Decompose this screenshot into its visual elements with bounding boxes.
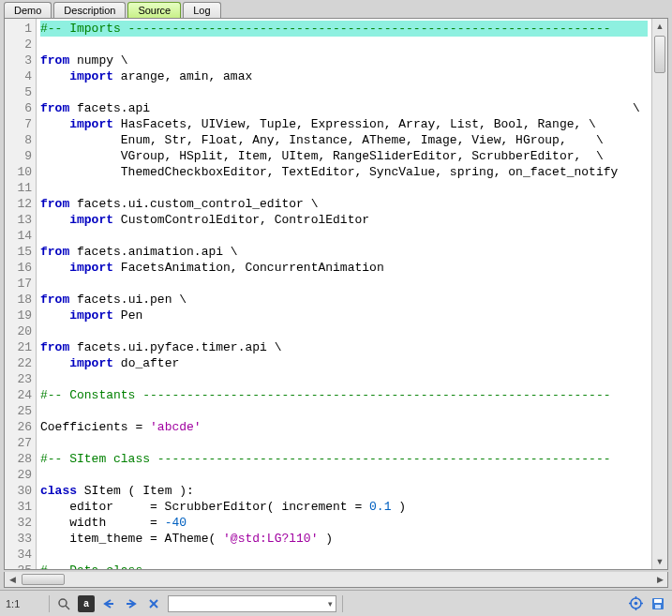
tab-bar: Demo Description Source Log — [0, 0, 672, 18]
scroll-thumb-h[interactable] — [22, 574, 65, 585]
tab-source[interactable]: Source — [127, 2, 181, 18]
code-line[interactable]: Coefficients = 'abcde' — [40, 419, 648, 435]
code-line[interactable] — [40, 228, 648, 244]
code-line[interactable]: #-- SItem class ------------------------… — [40, 451, 648, 467]
code-line[interactable] — [40, 467, 648, 483]
save-icon[interactable] — [650, 595, 666, 612]
code-line[interactable]: import Pen — [40, 308, 648, 323]
code-line[interactable] — [40, 403, 648, 419]
svg-rect-14 — [655, 605, 661, 608]
code-line[interactable]: import FacetsAnimation, ConcurrentAnimat… — [40, 260, 648, 276]
code-line[interactable]: from facets.animation.api \ — [40, 244, 648, 260]
code-line[interactable]: #-- Imports ----------------------------… — [40, 21, 648, 37]
status-bar: 1:1 a — [0, 590, 672, 616]
code-line[interactable]: from numpy \ — [40, 53, 648, 68]
code-line[interactable] — [40, 547, 648, 563]
svg-point-7 — [634, 602, 637, 606]
code-line[interactable]: #-- Data class -------------------------… — [40, 563, 648, 569]
scroll-right-arrow[interactable]: ▶ — [652, 572, 667, 587]
code-line[interactable] — [40, 371, 648, 387]
case-toggle-icon[interactable]: a — [78, 595, 95, 612]
cursor-position: 1:1 — [6, 598, 43, 609]
separator — [49, 595, 50, 612]
code-line[interactable]: import HasFacets, UIView, Tuple, Express… — [40, 116, 648, 132]
scroll-up-arrow[interactable]: ▲ — [652, 19, 667, 34]
code-line[interactable]: import arange, amin, amax — [40, 68, 648, 84]
settings-icon[interactable] — [627, 595, 644, 612]
code-line[interactable]: width = -40 — [40, 515, 648, 531]
code-line[interactable]: ThemedCheckboxEditor, TextEditor, SyncVa… — [40, 164, 648, 180]
search-icon[interactable] — [55, 595, 72, 612]
clear-search-icon[interactable] — [145, 595, 162, 612]
next-match-icon[interactable] — [123, 595, 140, 612]
code-line[interactable]: import CustomControlEditor, ControlEdito… — [40, 212, 648, 228]
tab-demo[interactable]: Demo — [4, 2, 52, 18]
scroll-down-arrow[interactable]: ▼ — [652, 554, 667, 569]
horizontal-scrollbar[interactable]: ◀ ▶ — [4, 572, 668, 588]
code-line[interactable] — [40, 84, 648, 100]
code-line[interactable] — [40, 435, 648, 451]
code-line[interactable]: from facets.ui.pyface.timer.api \ — [40, 339, 648, 355]
search-input[interactable] — [168, 595, 336, 612]
line-gutter: 1234567891011121314151617181920212223242… — [5, 19, 37, 569]
code-line[interactable]: from facets.api \ — [40, 100, 648, 116]
code-line[interactable]: class SItem ( Item ): — [40, 483, 648, 499]
code-line[interactable]: Enum, Str, Float, Any, Instance, ATheme,… — [40, 132, 648, 148]
prev-match-icon[interactable] — [100, 595, 117, 612]
code-line[interactable] — [40, 276, 648, 292]
code-area[interactable]: #-- Imports ----------------------------… — [37, 19, 651, 569]
code-line[interactable]: #-- Constants --------------------------… — [40, 387, 648, 403]
scroll-left-arrow[interactable]: ◀ — [5, 572, 20, 587]
svg-line-1 — [66, 606, 69, 609]
code-line[interactable]: from facets.ui.custom_control_editor \ — [40, 196, 648, 212]
code-line[interactable]: editor = ScrubberEditor( increment = 0.1… — [40, 499, 648, 515]
editor: 1234567891011121314151617181920212223242… — [4, 18, 668, 570]
svg-point-0 — [59, 599, 67, 607]
tab-log[interactable]: Log — [183, 2, 220, 18]
code-line[interactable] — [40, 37, 648, 53]
code-line[interactable]: VGroup, HSplit, Item, UItem, RangeSlider… — [40, 148, 648, 164]
vertical-scrollbar[interactable]: ▲ ▼ — [651, 19, 667, 569]
code-line[interactable] — [40, 180, 648, 196]
separator — [342, 595, 343, 612]
svg-rect-13 — [654, 599, 662, 603]
code-line[interactable]: import do_after — [40, 355, 648, 371]
tab-description[interactable]: Description — [53, 2, 126, 18]
code-line[interactable]: item_theme = ATheme( '@std:LG?l10' ) — [40, 531, 648, 547]
code-line[interactable]: from facets.ui.pen \ — [40, 292, 648, 308]
scroll-thumb-v[interactable] — [654, 36, 665, 73]
code-line[interactable] — [40, 323, 648, 339]
